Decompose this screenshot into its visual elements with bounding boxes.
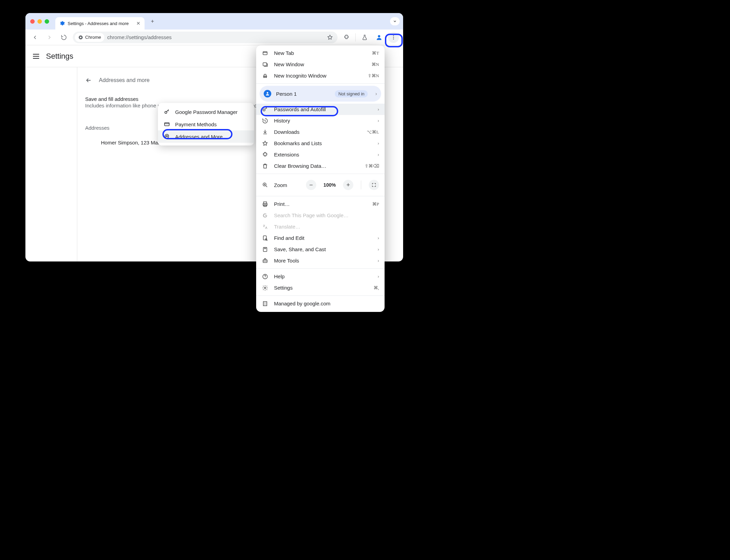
profile-name: Person 1 (276, 91, 330, 97)
close-window-button[interactable] (30, 19, 35, 24)
svg-point-3 (393, 35, 394, 36)
avatar-icon (264, 90, 271, 97)
svg-point-13 (267, 92, 269, 94)
hamburger-icon[interactable] (33, 54, 39, 59)
menu-bookmarks[interactable]: Bookmarks and Lists › (256, 138, 385, 149)
tab-strip: Settings - Addresses and more ✕ (25, 13, 403, 30)
svg-rect-21 (263, 247, 267, 252)
page-title: Settings (46, 52, 73, 61)
menu-profile[interactable]: Person 1 Not signed in › (260, 86, 381, 102)
print-icon (262, 201, 269, 207)
zoom-value: 100% (322, 182, 338, 188)
tab-settings[interactable]: Settings - Addresses and more ✕ (55, 17, 145, 30)
puzzle-icon (262, 152, 269, 158)
translate-icon (262, 224, 269, 230)
zoom-out-button[interactable]: − (306, 180, 316, 190)
submenu-label: Addresses and More (175, 134, 223, 140)
toolbar: Chrome chrome://settings/addresses (25, 30, 403, 45)
site-chip-label: Chrome (85, 35, 101, 40)
zoom-icon (262, 182, 269, 188)
submenu-label: Google Password Manager (175, 109, 238, 115)
svg-point-1 (80, 36, 82, 38)
menu-new-window[interactable]: New Window ⌘N (256, 59, 385, 70)
menu-managed[interactable]: Managed by google.com (256, 298, 385, 309)
passwords-autofill-submenu: Google Password Manager Payment Methods … (158, 103, 254, 145)
menu-clear-browsing-data[interactable]: Clear Browsing Data… ⇧⌘⌫ (256, 160, 385, 172)
new-tab-icon (262, 50, 269, 56)
profile-status: Not signed in (335, 90, 368, 97)
toolbox-icon (262, 258, 269, 264)
svg-point-6 (165, 112, 167, 114)
tab-title: Settings - Addresses and more (68, 21, 134, 26)
svg-point-5 (393, 38, 394, 39)
extensions-icon[interactable] (341, 32, 352, 43)
chevron-right-icon: › (378, 141, 379, 146)
close-tab-button[interactable]: ✕ (136, 21, 140, 26)
tab-search-button[interactable] (390, 17, 400, 25)
svg-rect-10 (263, 62, 267, 66)
section-title: Addresses and more (99, 77, 150, 83)
menu-search-page: Search This Page with Google… (256, 210, 385, 221)
new-window-icon (262, 61, 269, 68)
chevron-right-icon: › (378, 152, 379, 157)
svg-point-8 (166, 136, 168, 137)
key-icon (262, 106, 269, 113)
svg-point-24 (265, 278, 265, 278)
zoom-in-button[interactable]: + (343, 180, 353, 190)
new-tab-button[interactable] (147, 16, 158, 26)
maximize-window-button[interactable] (45, 19, 49, 24)
reload-button[interactable] (58, 32, 69, 43)
submenu-google-password-manager[interactable]: Google Password Manager (158, 106, 254, 118)
svg-point-14 (263, 109, 265, 111)
kebab-menu-button[interactable] (388, 32, 399, 43)
chevron-right-icon: › (375, 91, 377, 96)
svg-point-11 (264, 77, 265, 78)
back-arrow-icon[interactable] (85, 77, 92, 84)
svg-rect-19 (263, 236, 266, 240)
gear-icon (59, 21, 65, 26)
submenu-payment-methods[interactable]: Payment Methods (158, 118, 254, 130)
chevron-right-icon: › (378, 258, 379, 263)
chevron-right-icon: › (378, 118, 379, 123)
download-icon (262, 129, 269, 135)
submenu-addresses-and-more[interactable]: Addresses and More (158, 130, 254, 143)
labs-icon[interactable] (359, 32, 370, 43)
credit-card-icon (163, 121, 170, 127)
menu-more-tools[interactable]: More Tools › (256, 255, 385, 266)
fullscreen-button[interactable] (369, 180, 379, 190)
google-icon (262, 213, 269, 218)
svg-point-2 (378, 35, 380, 37)
menu-find-edit[interactable]: Find and Edit › (256, 232, 385, 244)
document-search-icon (262, 235, 269, 241)
address-bar[interactable]: Chrome chrome://settings/addresses (73, 32, 338, 43)
menu-help[interactable]: Help › (256, 271, 385, 282)
bookmark-star-icon[interactable] (324, 32, 335, 43)
svg-rect-9 (263, 51, 267, 55)
forward-button[interactable] (44, 32, 55, 43)
minimize-window-button[interactable] (37, 19, 42, 24)
menu-settings[interactable]: Settings ⌘, (256, 282, 385, 293)
star-icon (262, 140, 269, 147)
location-pin-icon (163, 133, 170, 140)
window-controls (30, 19, 49, 24)
content-divider (77, 67, 77, 261)
trash-icon (262, 163, 269, 169)
help-icon (262, 273, 269, 280)
menu-print[interactable]: Print… ⌘P (256, 198, 385, 210)
submenu-label: Payment Methods (175, 121, 217, 127)
menu-passwords-autofill[interactable]: Passwords and Autofill › (256, 104, 385, 115)
back-button[interactable] (30, 32, 41, 43)
chevron-right-icon: › (378, 107, 379, 112)
menu-new-tab[interactable]: New Tab ⌘T (256, 47, 385, 59)
menu-save-share-cast[interactable]: Save, Share, and Cast › (256, 244, 385, 255)
profile-button[interactable] (374, 32, 385, 43)
menu-extensions[interactable]: Extensions › (256, 149, 385, 160)
chevron-right-icon: › (378, 235, 379, 241)
history-icon (262, 118, 269, 124)
menu-new-incognito[interactable]: New Incognito Window ⇧⌘N (256, 70, 385, 81)
menu-history[interactable]: History › (256, 115, 385, 126)
chevron-right-icon: › (378, 247, 379, 252)
menu-downloads[interactable]: Downloads ⌥⌘L (256, 126, 385, 138)
site-chip[interactable]: Chrome (75, 33, 104, 42)
chevron-right-icon: › (378, 274, 379, 279)
